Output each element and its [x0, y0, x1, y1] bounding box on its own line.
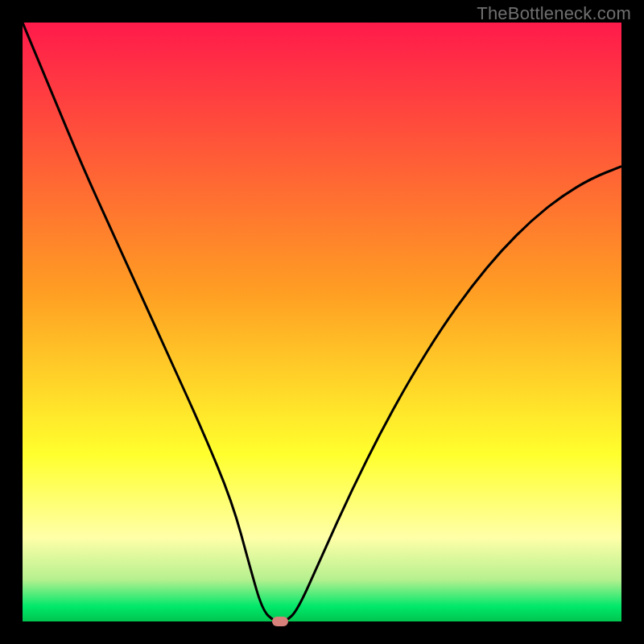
chart-frame: TheBottleneck.com — [0, 0, 644, 644]
plot-area — [23, 23, 621, 621]
bottleneck-curve — [23, 23, 621, 621]
optimal-marker-icon — [272, 617, 288, 626]
curve-path — [23, 23, 621, 621]
watermark-text: TheBottleneck.com — [477, 3, 631, 24]
